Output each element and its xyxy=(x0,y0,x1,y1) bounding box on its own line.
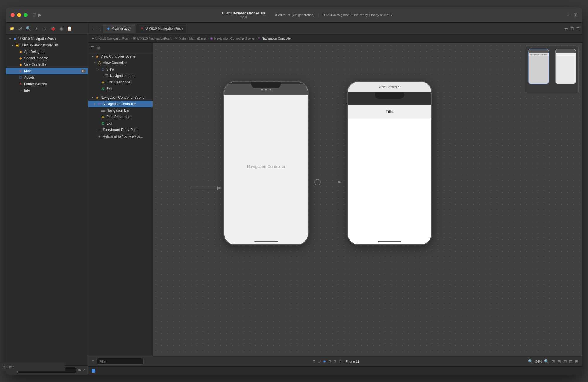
expand-arrow: ▾ xyxy=(91,55,94,58)
breadcrumb-1[interactable]: UIKit10-NavigationPush xyxy=(95,37,130,40)
breadcrumb-4[interactable]: Main (Base) xyxy=(189,37,206,40)
sidebar-item-scenedelegate[interactable]: ▸ ◆ SceneDelegate xyxy=(6,55,88,61)
minimap-nav-top xyxy=(529,49,549,53)
layout-icon-2[interactable]: ⊡ xyxy=(333,359,336,363)
debug-icon[interactable]: 🐞 xyxy=(49,25,56,32)
source-control-icon[interactable]: ⎇ xyxy=(16,25,24,32)
file-tree: ▾ ■ UIKit10-NavigationPush ▾ ▣ UIKit10-N… xyxy=(6,34,88,365)
breadcrumb-6[interactable]: Navigation Controller xyxy=(262,37,292,40)
breadcrumb-5[interactable]: Navigation Controller Scene xyxy=(214,37,254,40)
swift-file-icon: ◆ xyxy=(18,49,23,54)
play-button[interactable]: ▶ xyxy=(38,12,41,18)
localize-icon[interactable]: ⊞ xyxy=(557,359,561,364)
sidebar-item-main[interactable]: ▸ ✕ Main M xyxy=(6,68,88,74)
minimap-vc-top xyxy=(556,49,576,53)
first-responder-label: First Responder xyxy=(106,80,131,84)
main-label: Main xyxy=(24,69,32,73)
scene-vc[interactable]: ▾ ⬡ View Controller xyxy=(88,60,153,66)
scene-exit[interactable]: ▸ ⊠ Exit xyxy=(88,86,153,92)
sidebar-toolbar: 📁 ⎇ 🔍 ⚠ ◇ 🐞 ◉ 📋 xyxy=(6,23,88,34)
minimize-button[interactable] xyxy=(17,13,21,17)
report-icon[interactable]: 📋 xyxy=(66,25,73,32)
sidebar-item-info[interactable]: ▸ ≡ Info xyxy=(6,87,88,94)
right-icons: ⊡ ⊞ ⊡ ⊡ ⊟ xyxy=(552,359,579,364)
sidebar-item-viewcontroller[interactable]: ▸ ◆ ViewController xyxy=(6,61,88,68)
project-root-label: UIKit10-NavigationPush xyxy=(18,37,56,41)
orientation-icon[interactable]: ⊡ xyxy=(563,359,567,364)
issue-icon[interactable]: ⚠ xyxy=(33,25,40,32)
storyboard-canvas[interactable]: ● ● ● Navigation Controller xyxy=(153,43,582,356)
add-group-icon[interactable]: ⊕ xyxy=(78,368,81,372)
scene-first-responder-2[interactable]: ▸ ◈ First Responder xyxy=(88,114,153,120)
device-name: iPod touch (7th generation) xyxy=(275,13,315,17)
swift-tab-icon: ✕ xyxy=(141,26,143,31)
nav-ctrl-scene-label: Navigation Controller Scene xyxy=(101,96,144,100)
nav-bar-title: Title xyxy=(386,109,394,114)
traffic-lights xyxy=(11,13,28,17)
panel-toggle-icon[interactable]: ⊞ xyxy=(574,12,577,18)
tab-nav-push[interactable]: ✕ UIKit10-NavigationPush xyxy=(136,24,187,33)
svg-point-3 xyxy=(315,179,320,185)
nav-controller-canvas-label: Navigation Controller xyxy=(247,164,285,169)
info-icon[interactable]: ⓘ xyxy=(318,359,321,363)
bottom-filter-input[interactable] xyxy=(97,358,144,365)
search-sidebar-icon[interactable]: 🔍 xyxy=(25,25,32,32)
back-button[interactable]: ‹ xyxy=(91,26,96,31)
assets-label: Assets xyxy=(24,76,35,80)
relationship-label: Relationship "root view control... xyxy=(103,135,144,138)
sidebar-item-launchscreen[interactable]: ▸ ✕ LaunchScreen xyxy=(6,81,88,87)
scene-nav-ctrl-scene[interactable]: ▾ ◈ Navigation Controller Scene xyxy=(88,94,153,101)
outline-toggle[interactable]: ☰ xyxy=(91,46,94,50)
main-layout: 📁 ⎇ 🔍 ⚠ ◇ 🐞 ◉ 📋 ▾ ■ UIKit10-NavigationPu… xyxy=(6,23,582,375)
scene-nav-controller[interactable]: ▾ ⟳ Navigation Controller xyxy=(88,101,153,107)
sidebar-item-project-root[interactable]: ▾ ■ UIKit10-NavigationPush xyxy=(6,36,88,42)
folder-icon[interactable]: 📁 xyxy=(8,25,15,32)
tab-main-base[interactable]: ◆ Main (Base) xyxy=(103,24,135,33)
tab-nav-push-label: UIKit10-NavigationPush xyxy=(145,26,183,31)
phone-orientation-icon[interactable]: 📱 xyxy=(338,359,343,363)
sort-icon[interactable]: ⤢ xyxy=(83,368,86,372)
scene-entry-point[interactable]: ▸ → Storyboard Entry Point xyxy=(88,127,153,133)
grid-toggle[interactable]: ⊞ xyxy=(97,46,100,50)
test-icon[interactable]: ◇ xyxy=(41,25,48,32)
add-scene-icon[interactable]: ⊟ xyxy=(575,359,579,364)
zoom-out-icon[interactable]: 🔍 xyxy=(528,359,533,364)
breakpoint-icon[interactable]: ◉ xyxy=(58,25,65,32)
zoom-in-icon[interactable]: 🔍 xyxy=(544,359,549,364)
scene-nav-bar[interactable]: ▸ ▬ Navigation Bar xyxy=(88,107,153,114)
breadcrumb: ◆ UIKit10-NavigationPush › ▣ UIKit10-Nav… xyxy=(88,34,582,43)
vc-notch xyxy=(375,92,404,99)
storyboard-icon: ✕ xyxy=(18,82,23,86)
scene-first-responder[interactable]: ▸ ◈ First Responder xyxy=(88,79,153,86)
vc-top-area xyxy=(348,92,431,105)
canvas-settings-icon[interactable]: ⊡ xyxy=(569,359,573,364)
vc-label: View Controller xyxy=(103,61,127,65)
breadcrumb-2[interactable]: UIKit10-NavigationPush xyxy=(137,37,171,40)
breadcrumb-3[interactable]: Main xyxy=(179,37,186,40)
scene-exit-2[interactable]: ▸ ⊠ Exit xyxy=(88,120,153,127)
close-button[interactable] xyxy=(11,13,15,17)
add-button[interactable]: + xyxy=(567,12,570,18)
sidebar-item-appdelegate[interactable]: ▸ ◆ AppDelegate xyxy=(6,48,88,55)
inspector-icon[interactable]: ⊡ xyxy=(576,26,580,31)
layout-icon-1[interactable]: ⊡ xyxy=(328,359,331,363)
sidebar-toggle-icon[interactable]: ⊡ xyxy=(32,12,36,18)
file-navigator: 📁 ⎇ 🔍 ⚠ ◇ 🐞 ◉ 📋 ▾ ■ UIKit10-NavigationPu… xyxy=(6,23,88,375)
maximize-button[interactable] xyxy=(24,13,28,17)
tabs-bar: ‹ › ◆ Main (Base) ✕ UIKit10-NavigationPu… xyxy=(88,23,582,34)
scene-vc-scene[interactable]: ▾ ◈ View Controller Scene xyxy=(88,53,153,60)
light-dark-icon[interactable]: ◉ xyxy=(323,359,326,363)
folder-icon: ▣ xyxy=(15,43,19,48)
home-indicator xyxy=(224,239,308,244)
scene-view[interactable]: ▾ □ View xyxy=(88,66,153,73)
sidebar-item-assets[interactable]: ▸ ⬡ Assets xyxy=(6,74,88,81)
iphone-frame-icon[interactable]: ⊡ xyxy=(313,359,315,363)
scene-nav-item[interactable]: ▸ ☰ Navigation Item xyxy=(88,73,153,79)
sidebar-item-project-folder[interactable]: ▾ ▣ UIKit10-NavigationPush xyxy=(6,42,88,48)
split-view-icon[interactable]: ⇌ xyxy=(564,26,568,31)
storyboard-tab-icon: ◆ xyxy=(107,26,110,31)
device-preview-icon[interactable]: ⊡ xyxy=(552,359,555,364)
grid-view-icon[interactable]: ⊞ xyxy=(570,26,574,31)
scene-relationship[interactable]: ▸ ● Relationship "root view control... xyxy=(88,133,153,140)
forward-button[interactable]: › xyxy=(97,26,102,31)
